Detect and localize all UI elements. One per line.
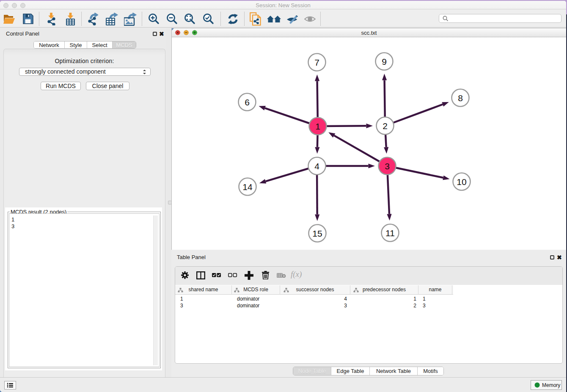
svg-text:14: 14	[242, 182, 253, 192]
svg-text:9: 9	[382, 57, 387, 66]
svg-text:10: 10	[457, 177, 466, 187]
svg-text:4: 4	[314, 161, 319, 171]
svg-text:2: 2	[383, 121, 388, 131]
svg-text:15: 15	[312, 229, 322, 238]
svg-text:7: 7	[314, 58, 319, 67]
svg-text:8: 8	[458, 93, 463, 103]
svg-text:6: 6	[245, 97, 250, 107]
svg-text:3: 3	[385, 161, 390, 171]
svg-text:1: 1	[315, 121, 320, 131]
svg-text:11: 11	[385, 228, 395, 238]
